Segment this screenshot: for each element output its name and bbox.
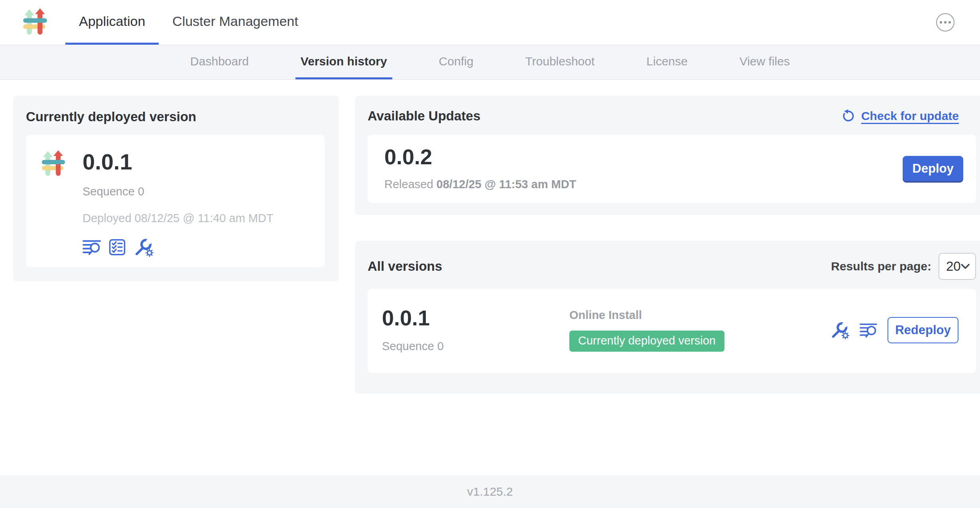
check-for-update-link[interactable]: Check for update xyxy=(841,109,959,123)
released-prefix: Released xyxy=(384,178,433,191)
tab-config[interactable]: Config xyxy=(434,45,479,79)
version-row-status: Online Install Currently deployed versio… xyxy=(569,309,724,352)
app-footer: v1.125.2 xyxy=(0,475,980,508)
refresh-icon xyxy=(841,109,856,123)
ellipsis-icon xyxy=(949,21,951,24)
all-versions-title: All versions xyxy=(368,259,442,274)
tab-cluster-management[interactable]: Cluster Management xyxy=(159,0,312,45)
install-type-label: Online Install xyxy=(569,309,724,322)
version-row-info: 0.0.1 Sequence 0 xyxy=(382,307,569,353)
tab-version-history[interactable]: Version history xyxy=(295,45,392,79)
results-per-page: Results per page: 20 xyxy=(831,253,976,280)
main-content: Currently deployed version 0.0.1 Sequenc… xyxy=(0,80,980,475)
update-info: 0.0.2 Released 08/12/25 @ 11:53 am MDT xyxy=(384,146,576,191)
tab-troubleshoot[interactable]: Troubleshoot xyxy=(520,45,600,79)
version-row: 0.0.1 Sequence 0 Online Install Currentl… xyxy=(368,289,976,373)
deployed-version-info: 0.0.1 Sequence 0 Deployed 08/12/25 @ 11:… xyxy=(83,147,274,257)
app-subnav: Dashboard Version history Config Trouble… xyxy=(0,45,980,80)
app-logo-icon xyxy=(23,8,47,36)
overflow-menu-button[interactable] xyxy=(936,13,954,32)
ellipsis-icon xyxy=(944,21,947,24)
available-updates-card: Available Updates Check for update 0.0.2… xyxy=(355,96,980,215)
version-row-actions: Redeploy xyxy=(830,317,967,343)
currently-deployed-card: Currently deployed version 0.0.1 Sequenc… xyxy=(13,96,339,282)
released-value: 08/12/25 @ 11:53 am MDT xyxy=(437,178,577,191)
deployed-version-actions xyxy=(83,238,274,257)
primary-nav: Application Cluster Management xyxy=(65,0,312,45)
row-sequence-label: Sequence 0 xyxy=(382,340,569,353)
tab-license[interactable]: License xyxy=(641,45,693,79)
tab-dashboard[interactable]: Dashboard xyxy=(185,45,254,79)
tab-application[interactable]: Application xyxy=(65,0,159,45)
deployed-timestamp-prefix: Deployed xyxy=(83,212,132,224)
update-row: 0.0.2 Released 08/12/25 @ 11:53 am MDT D… xyxy=(368,135,976,203)
config-icon[interactable] xyxy=(134,238,153,257)
deployed-sequence-label: Sequence 0 xyxy=(83,185,274,198)
deployed-timestamp: Deployed 08/12/25 @ 11:40 am MDT xyxy=(83,212,274,225)
all-versions-header: All versions Results per page: 20 xyxy=(368,253,976,280)
right-column: Available Updates Check for update 0.0.2… xyxy=(355,96,980,394)
app-header: Application Cluster Management xyxy=(0,0,980,45)
results-per-page-value: 20 xyxy=(946,259,961,274)
release-notes-icon[interactable] xyxy=(860,323,877,338)
ellipsis-icon xyxy=(940,21,943,24)
all-versions-card: All versions Results per page: 20 0.0.1 … xyxy=(355,241,980,394)
console-version-label: v1.125.2 xyxy=(467,485,513,498)
update-released-timestamp: Released 08/12/25 @ 11:53 am MDT xyxy=(384,178,576,191)
release-notes-icon[interactable] xyxy=(83,239,101,255)
config-icon[interactable] xyxy=(830,321,849,339)
chevron-down-icon xyxy=(961,263,970,270)
row-version-number: 0.0.1 xyxy=(382,307,569,329)
deployed-version-number: 0.0.1 xyxy=(83,151,274,173)
status-badge: Currently deployed version xyxy=(569,331,724,352)
deploy-button[interactable]: Deploy xyxy=(903,156,963,181)
currently-deployed-title: Currently deployed version xyxy=(26,109,325,124)
results-per-page-select[interactable]: 20 xyxy=(939,253,976,280)
available-updates-header: Available Updates Check for update xyxy=(368,108,976,124)
deployed-timestamp-value: 08/12/25 @ 11:40 am MDT xyxy=(135,212,274,224)
deployed-version-panel: 0.0.1 Sequence 0 Deployed 08/12/25 @ 11:… xyxy=(26,135,325,267)
redeploy-button[interactable]: Redeploy xyxy=(888,317,958,343)
update-version-number: 0.0.2 xyxy=(384,146,576,167)
results-per-page-label: Results per page: xyxy=(831,260,931,273)
tab-view-files[interactable]: View files xyxy=(734,45,795,79)
available-updates-title: Available Updates xyxy=(368,108,480,124)
preflight-checks-icon[interactable] xyxy=(109,239,126,256)
app-logo-icon xyxy=(42,150,65,178)
check-for-update-label: Check for update xyxy=(861,109,959,123)
